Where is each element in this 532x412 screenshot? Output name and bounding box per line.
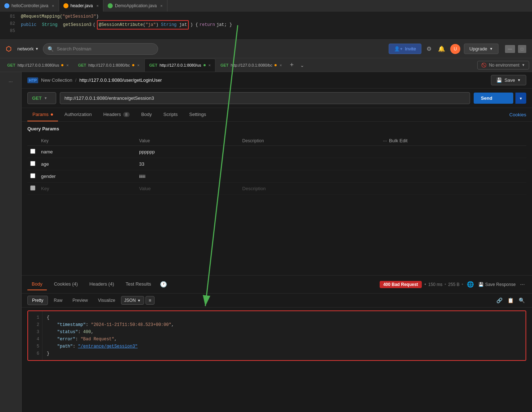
upgrade-button[interactable]: Upgrade ▼ [464,44,499,54]
resp-sub-tab-pretty[interactable]: Pretty [27,296,48,305]
close-req-2[interactable]: × [209,63,211,67]
close-req-3[interactable]: × [280,63,282,67]
param-value-0[interactable]: pppppp [136,146,239,158]
globe-icon[interactable]: 🌐 [465,279,475,289]
param-checkbox-2[interactable] [30,173,35,178]
more-response-icon[interactable]: ··· [519,280,526,289]
param-desc-1[interactable] [240,158,380,170]
req-tab-1[interactable]: GET http://127.0.0.1:8080/bc × [74,59,144,72]
send-dropdown-button[interactable]: ▼ [515,93,526,104]
editor-tab-hello[interactable]: helloController.java × [0,0,59,12]
search-placeholder: Search Postman [57,46,91,52]
add-tab-button[interactable]: + [287,61,297,69]
collection-icon: HTP [27,77,38,83]
param-key-1[interactable]: age [38,158,136,170]
param-desc-placeholder[interactable]: Description [240,183,380,195]
network-label: network [17,46,34,52]
param-key-2[interactable]: gender [38,170,136,183]
editor-tab-header[interactable]: header.java × [59,0,104,12]
breadcrumb-request[interactable]: http://127.0.0.1:8080/user/getLoginUser [79,77,162,83]
headers-badge: 8 [123,112,130,117]
close-req-1[interactable]: × [137,63,139,67]
save-response-button[interactable]: 💾 Save Response [478,282,516,287]
json-format-select[interactable]: JSON ▼ [121,296,144,305]
request-tabs-bar: GET http://127.0.0.1:8080/us × GET http:… [0,58,532,72]
minimize-button[interactable]: — [505,45,515,53]
copy-icon[interactable]: 📋 [506,296,515,305]
param-key-0[interactable]: name [38,146,136,158]
param-checkbox-3[interactable] [30,185,35,191]
settings-icon[interactable]: ⚙ [425,44,433,54]
bulk-edit-dots-icon: ··· [383,138,387,143]
resp-tab-body[interactable]: Body [27,278,47,290]
tab-body[interactable]: Body [136,108,157,121]
close-tab-demo[interactable]: × [160,4,162,8]
header-icon [63,3,68,8]
param-checkbox-0[interactable] [30,149,35,154]
req-tab-0[interactable]: GET http://127.0.0.1:8080/us × [3,59,73,72]
resp-sub-tab-preview[interactable]: Preview [68,296,92,305]
close-req-0[interactable]: × [66,63,68,67]
json-line-3: "status": 400, [47,328,521,336]
send-button[interactable]: Send [474,93,513,104]
search-box[interactable]: 🔍 Search Postman [43,43,158,55]
tab-header-label: header.java [71,3,93,8]
tab-authorization-label: Authorization [64,112,92,117]
json-line-numbers: 1 2 3 4 5 6 [28,311,43,360]
save-button[interactable]: 💾 Save ▼ [491,75,526,85]
resp-tab-headers[interactable]: Headers (4) [85,278,119,290]
url-bar: GET ▼ Send ▼ [22,89,532,108]
close-tab-hello[interactable]: × [52,4,54,8]
invite-label: Invite [405,46,416,52]
tab-scripts[interactable]: Scripts [158,108,183,121]
history-icon[interactable]: 🕐 [158,279,169,289]
search-icon: 🔍 [48,46,54,52]
network-dropdown[interactable]: network ▼ [17,46,39,52]
resp-tab-cookies[interactable]: Cookies (4) [50,278,82,290]
maximize-button[interactable]: □ [518,45,526,53]
method-select[interactable]: GET ▼ [27,92,56,104]
send-chevron-icon: ▼ [519,97,523,100]
param-desc-0[interactable] [240,146,380,158]
resp-sub-tab-visualize[interactable]: Visualize [94,296,120,305]
section-tabs: Params Authorization Headers 8 Body Scri… [22,108,532,122]
cookies-link[interactable]: Cookies [509,112,526,117]
bulk-edit-button[interactable]: ··· Bulk Edit [383,138,407,143]
filter-button[interactable]: ≡ [146,296,155,305]
param-checkbox-1[interactable] [30,161,35,166]
invite-button[interactable]: 👤+ Invite [389,44,421,54]
col-value: Value [136,136,239,146]
req-tab-3[interactable]: GET http://127.0.0.1:8080/bc × [216,59,286,72]
save-dropdown-icon: ▼ [517,78,521,82]
breadcrumb-collection[interactable]: New Collection [41,77,72,83]
resp-sub-tab-raw[interactable]: Raw [49,296,67,305]
tab-settings[interactable]: Settings [184,108,211,121]
param-value-2[interactable]: iiiiii [136,170,239,183]
req-dot-2 [204,64,206,66]
editor-tab-demo[interactable]: DemoApplication.java × [103,0,167,12]
tabs-overflow-button[interactable]: ⌄ [297,62,307,68]
param-value-placeholder[interactable]: Value [136,183,239,195]
close-tab-header[interactable]: × [97,4,99,8]
postman-header: ⬡ network ▼ 🔍 Search Postman 👤+ Invite ⚙… [0,40,532,58]
tab-params-label: Params [32,112,49,117]
json-code: { "timestamp": "2024-11-21T11:50:48.523+… [43,311,526,360]
no-environment-selector[interactable]: 🚫 No environment ▼ [477,61,529,70]
param-value-1[interactable]: 33 [136,158,239,170]
sidebar-icon-dots[interactable]: ··· [4,75,17,88]
request-content: HTP New Collection / http://127.0.0.1:80… [22,72,532,412]
link-icon[interactable]: 🔗 [495,296,504,305]
resp-tab-tests[interactable]: Test Results [121,278,156,290]
tab-params[interactable]: Params [27,108,58,121]
param-desc-2[interactable] [240,170,380,183]
json-format-chevron-icon: ▼ [137,299,141,303]
search-resp-icon[interactable]: 🔍 [517,296,526,305]
param-key-placeholder[interactable]: Key [38,183,136,195]
bell-icon[interactable]: 🔔 [437,44,447,54]
tab-headers[interactable]: Headers 8 [98,108,135,121]
req-tab-2[interactable]: GET http://127.0.0.1:8080/us × [144,59,215,72]
tab-authorization[interactable]: Authorization [59,108,97,121]
url-input[interactable] [60,92,470,104]
req-dot-3 [274,64,277,66]
req-url-0: http://127.0.0.1:8080/us [18,63,59,67]
